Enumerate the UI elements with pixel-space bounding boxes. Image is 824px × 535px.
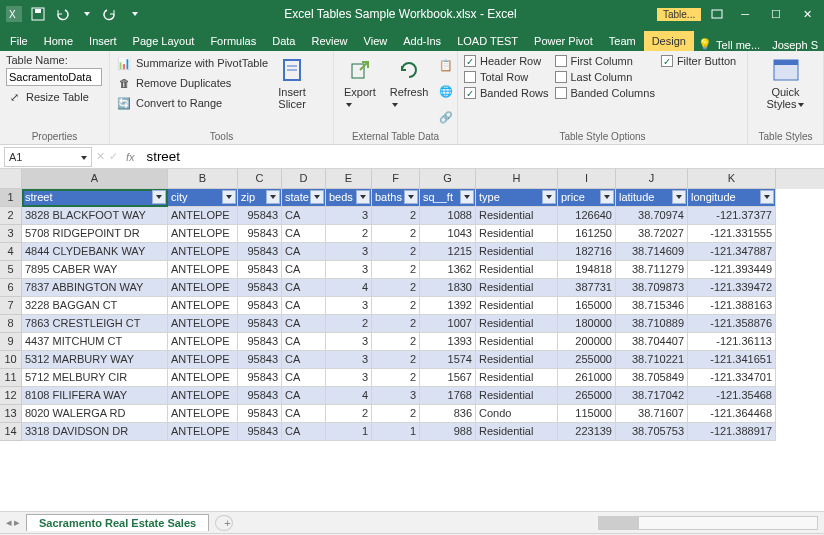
table-cell[interactable]: 261000 bbox=[558, 369, 616, 387]
table-cell[interactable]: ANTELOPE bbox=[168, 279, 238, 297]
table-cell[interactable]: ANTELOPE bbox=[168, 333, 238, 351]
tab-view[interactable]: View bbox=[356, 31, 396, 51]
table-cell[interactable]: 95843 bbox=[238, 279, 282, 297]
banded-columns-checkbox[interactable]: Banded Columns bbox=[555, 86, 655, 100]
table-cell[interactable]: ANTELOPE bbox=[168, 369, 238, 387]
row-header[interactable]: 5 bbox=[0, 261, 22, 279]
table-cell[interactable]: Residential bbox=[476, 333, 558, 351]
table-cell[interactable]: 988 bbox=[420, 423, 476, 441]
fx-icon[interactable]: fx bbox=[122, 151, 139, 163]
tab-page-layout[interactable]: Page Layout bbox=[125, 31, 203, 51]
table-cell[interactable]: 38.705849 bbox=[616, 369, 688, 387]
table-cell[interactable]: CA bbox=[282, 315, 326, 333]
table-cell[interactable]: CA bbox=[282, 333, 326, 351]
table-cell[interactable]: 2 bbox=[372, 279, 420, 297]
table-cell[interactable]: 3 bbox=[326, 261, 372, 279]
table-cell[interactable]: 4 bbox=[326, 279, 372, 297]
column-header[interactable]: J bbox=[616, 169, 688, 189]
table-cell[interactable]: 3228 BAGGAN CT bbox=[22, 297, 168, 315]
remove-duplicates-button[interactable]: 🗑Remove Duplicates bbox=[116, 74, 268, 92]
table-header-cell[interactable]: price bbox=[558, 189, 616, 207]
row-header[interactable]: 3 bbox=[0, 225, 22, 243]
table-cell[interactable]: -121.37377 bbox=[688, 207, 776, 225]
column-header[interactable]: K bbox=[688, 169, 776, 189]
table-cell[interactable]: 5708 RIDGEPOINT DR bbox=[22, 225, 168, 243]
table-cell[interactable]: 95843 bbox=[238, 207, 282, 225]
table-cell[interactable]: -121.358876 bbox=[688, 315, 776, 333]
table-cell[interactable]: 3 bbox=[326, 297, 372, 315]
qat-customize-icon[interactable] bbox=[124, 4, 144, 24]
table-cell[interactable]: Residential bbox=[476, 369, 558, 387]
table-cell[interactable]: Residential bbox=[476, 261, 558, 279]
table-cell[interactable]: -121.36113 bbox=[688, 333, 776, 351]
table-cell[interactable]: 38.717042 bbox=[616, 387, 688, 405]
table-cell[interactable]: 265000 bbox=[558, 387, 616, 405]
table-cell[interactable]: 2 bbox=[372, 261, 420, 279]
table-cell[interactable]: 38.709873 bbox=[616, 279, 688, 297]
table-cell[interactable]: CA bbox=[282, 279, 326, 297]
row-header[interactable]: 4 bbox=[0, 243, 22, 261]
table-cell[interactable]: 2 bbox=[372, 333, 420, 351]
row-header[interactable]: 8 bbox=[0, 315, 22, 333]
table-cell[interactable]: 2 bbox=[326, 405, 372, 423]
table-cell[interactable]: 3 bbox=[326, 369, 372, 387]
table-cell[interactable]: 180000 bbox=[558, 315, 616, 333]
table-cell[interactable]: 95843 bbox=[238, 387, 282, 405]
table-cell[interactable]: 95843 bbox=[238, 423, 282, 441]
spreadsheet-grid[interactable]: ABCDEFGHIJK 1streetcityzipstatebedsbaths… bbox=[0, 169, 824, 511]
header-row-checkbox[interactable]: Header Row bbox=[464, 54, 549, 68]
table-header-cell[interactable]: street bbox=[22, 189, 168, 207]
table-cell[interactable]: 3 bbox=[372, 387, 420, 405]
save-icon[interactable] bbox=[28, 4, 48, 24]
table-cell[interactable]: 38.72027 bbox=[616, 225, 688, 243]
table-cell[interactable]: 2 bbox=[372, 351, 420, 369]
table-cell[interactable]: Condo bbox=[476, 405, 558, 423]
table-cell[interactable]: 2 bbox=[372, 243, 420, 261]
table-cell[interactable]: 2 bbox=[372, 315, 420, 333]
table-cell[interactable]: -121.334701 bbox=[688, 369, 776, 387]
table-cell[interactable]: ANTELOPE bbox=[168, 207, 238, 225]
banded-rows-checkbox[interactable]: Banded Rows bbox=[464, 86, 549, 100]
table-cell[interactable]: ANTELOPE bbox=[168, 297, 238, 315]
row-header[interactable]: 14 bbox=[0, 423, 22, 441]
table-cell[interactable]: 95843 bbox=[238, 405, 282, 423]
table-cell[interactable]: 1830 bbox=[420, 279, 476, 297]
table-cell[interactable]: ANTELOPE bbox=[168, 261, 238, 279]
table-cell[interactable]: 126640 bbox=[558, 207, 616, 225]
table-cell[interactable]: 165000 bbox=[558, 297, 616, 315]
horizontal-scrollbar[interactable] bbox=[598, 516, 818, 530]
table-cell[interactable]: CA bbox=[282, 207, 326, 225]
table-cell[interactable]: 95843 bbox=[238, 351, 282, 369]
undo-icon[interactable] bbox=[52, 4, 72, 24]
first-column-checkbox[interactable]: First Column bbox=[555, 54, 655, 68]
minimize-button[interactable]: ─ bbox=[733, 6, 757, 22]
table-cell[interactable]: 95843 bbox=[238, 261, 282, 279]
total-row-checkbox[interactable]: Total Row bbox=[464, 70, 549, 84]
tab-file[interactable]: File bbox=[2, 31, 36, 51]
table-cell[interactable]: CA bbox=[282, 243, 326, 261]
table-cell[interactable]: 1393 bbox=[420, 333, 476, 351]
table-cell[interactable]: 2 bbox=[326, 315, 372, 333]
table-cell[interactable]: 161250 bbox=[558, 225, 616, 243]
table-cell[interactable]: ANTELOPE bbox=[168, 405, 238, 423]
close-button[interactable]: ✕ bbox=[795, 6, 820, 23]
table-cell[interactable]: 182716 bbox=[558, 243, 616, 261]
table-cell[interactable]: 8108 FILIFERA WAY bbox=[22, 387, 168, 405]
table-cell[interactable]: CA bbox=[282, 369, 326, 387]
table-cell[interactable]: CA bbox=[282, 261, 326, 279]
add-sheet-button[interactable]: + bbox=[215, 515, 233, 531]
table-cell[interactable]: 1567 bbox=[420, 369, 476, 387]
table-cell[interactable]: 38.705753 bbox=[616, 423, 688, 441]
table-cell[interactable]: 5312 MARBURY WAY bbox=[22, 351, 168, 369]
row-header[interactable]: 13 bbox=[0, 405, 22, 423]
column-header[interactable]: I bbox=[558, 169, 616, 189]
table-cell[interactable]: 38.71607 bbox=[616, 405, 688, 423]
column-header[interactable]: A bbox=[22, 169, 168, 189]
quick-styles-button[interactable]: Quick Styles bbox=[763, 54, 809, 129]
row-header[interactable]: 1 bbox=[0, 189, 22, 207]
table-header-cell[interactable]: sq__ft bbox=[420, 189, 476, 207]
table-cell[interactable]: 1043 bbox=[420, 225, 476, 243]
row-header[interactable]: 9 bbox=[0, 333, 22, 351]
select-all-corner[interactable] bbox=[0, 169, 22, 189]
table-cell[interactable]: 3828 BLACKFOOT WAY bbox=[22, 207, 168, 225]
